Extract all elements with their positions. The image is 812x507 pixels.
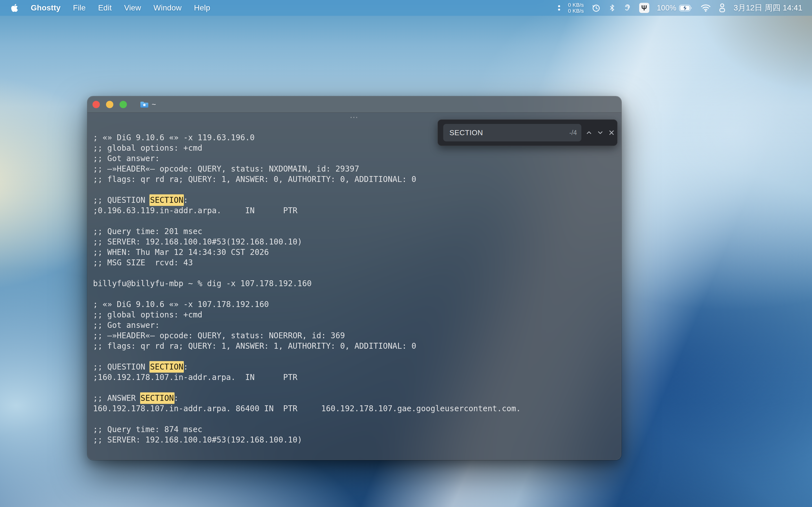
terminal-line: billyfu@billyfu-mbp ~ % dig -x 107.178.1… (93, 278, 616, 289)
terminal-line: 160.192.178.107.in-addr.arpa. 86400 IN P… (93, 403, 616, 414)
find-next-button[interactable] (597, 128, 604, 137)
find-close-button[interactable] (608, 128, 615, 137)
find-bar: SECTION -/4 (438, 119, 617, 146)
terminal-line: ;; Query time: 874 msec (93, 424, 616, 435)
terminal-line: ;; Got answer: (93, 153, 616, 164)
terminal-line (93, 351, 616, 362)
terminal-line: ;; Got answer: (93, 320, 616, 330)
terminal-line (93, 216, 616, 226)
menu-bar-left: Ghostty FileEditViewWindowHelp (0, 3, 210, 12)
battery-indicator[interactable]: 100% (657, 4, 693, 12)
user-switch-icon[interactable] (718, 3, 726, 13)
minimize-window-button[interactable] (106, 101, 113, 108)
menu-item-file[interactable]: File (73, 3, 86, 12)
terminal-line (93, 184, 616, 195)
terminal-line: ; «» DiG 9.10.6 «» -x 107.178.192.160 (93, 299, 616, 309)
terminal-line: ;; global options: +cmd (93, 309, 616, 320)
close-window-button[interactable] (93, 101, 100, 108)
overflow-dots-icon[interactable] (558, 3, 560, 13)
terminal-line: ;; flags: qr rd ra; QUERY: 1, ANSWER: 0,… (93, 174, 616, 184)
terminal-output[interactable]: ; «» DiG 9.10.6 «» -x 119.63.196.0;; glo… (87, 113, 621, 445)
desktop: Ghostty FileEditViewWindowHelp 0 KB/s 0 … (0, 0, 812, 507)
time-machine-icon[interactable] (592, 3, 601, 13)
menu-items: FileEditViewWindowHelp (73, 3, 210, 12)
terminal-line: ;; MSG SIZE rcvd: 43 (93, 258, 616, 268)
hearing-icon[interactable] (623, 3, 631, 13)
terminal-line: ;; WHEN: Thu Mar 12 14:34:30 CST 2026 (93, 247, 616, 258)
menu-bar: Ghostty FileEditViewWindowHelp 0 KB/s 0 … (0, 0, 812, 16)
terminal-window: ~ ⋯ SECTION -/4 ; «» DiG 9.10.6 «» -x 11… (87, 96, 621, 460)
terminal-line (93, 289, 616, 299)
terminal-line: ;; ANSWER SECTION: (93, 393, 616, 403)
menu-app-name[interactable]: Ghostty (31, 3, 61, 12)
input-source-icon[interactable]: Ψ (639, 3, 649, 13)
window-title: ~ (152, 100, 156, 109)
terminal-line (93, 414, 616, 424)
search-match-highlight: SECTION (149, 194, 184, 206)
menu-item-view[interactable]: View (124, 3, 141, 12)
terminal-line: ;; QUESTION SECTION: (93, 362, 616, 372)
network-speed-indicator[interactable]: 0 KB/s 0 KB/s (568, 2, 584, 14)
terminal-line: ;; Query time: 201 msec (93, 226, 616, 237)
terminal-line: ;0.196.63.119.in-addr.arpa. IN PTR (93, 205, 616, 216)
terminal-line (93, 383, 616, 393)
net-up-label: 0 KB/s (568, 2, 584, 8)
menu-bar-status: 0 KB/s 0 KB/s Ψ 100% 3月12日 (558, 2, 812, 14)
apple-menu-icon[interactable] (11, 3, 18, 12)
terminal-line: ;160.192.178.107.in-addr.arpa. IN PTR (93, 372, 616, 383)
menu-item-help[interactable]: Help (194, 3, 210, 12)
battery-percent-label: 100% (657, 4, 676, 12)
menu-item-window[interactable]: Window (153, 3, 182, 12)
net-down-label: 0 KB/s (568, 8, 584, 14)
search-match-highlight: SECTION (149, 361, 184, 373)
tab-overflow-indicator[interactable]: ⋯ (350, 112, 359, 122)
terminal-line: ;; —»HEADER«— opcode: QUERY, status: NXD… (93, 164, 616, 174)
find-previous-button[interactable] (585, 128, 593, 137)
find-match-counter: -/4 (569, 129, 577, 136)
find-input[interactable]: SECTION -/4 (443, 124, 581, 142)
bluetooth-icon[interactable] (608, 3, 616, 13)
zoom-window-button[interactable] (119, 101, 127, 108)
terminal-line: ;; SERVER: 192.168.100.10#53(192.168.100… (93, 237, 616, 247)
terminal-line: ;; —»HEADER«— opcode: QUERY, status: NOE… (93, 330, 616, 341)
battery-charging-icon (679, 4, 693, 12)
window-titlebar[interactable]: ~ (87, 96, 621, 113)
find-query-text: SECTION (449, 128, 569, 137)
terminal-line: ;; SERVER: 192.168.100.10#53(192.168.100… (93, 435, 616, 445)
terminal-line: ;; flags: qr rd ra; QUERY: 1, ANSWER: 1,… (93, 341, 616, 351)
search-match-highlight: SECTION (140, 392, 174, 404)
menu-item-edit[interactable]: Edit (98, 3, 112, 12)
folder-proxy-icon[interactable] (140, 101, 149, 108)
wifi-icon[interactable] (701, 4, 711, 12)
menu-bar-clock[interactable]: 3月12日 周四 14:41 (733, 3, 802, 13)
terminal-line: ;; QUESTION SECTION: (93, 195, 616, 205)
terminal-line (93, 268, 616, 278)
